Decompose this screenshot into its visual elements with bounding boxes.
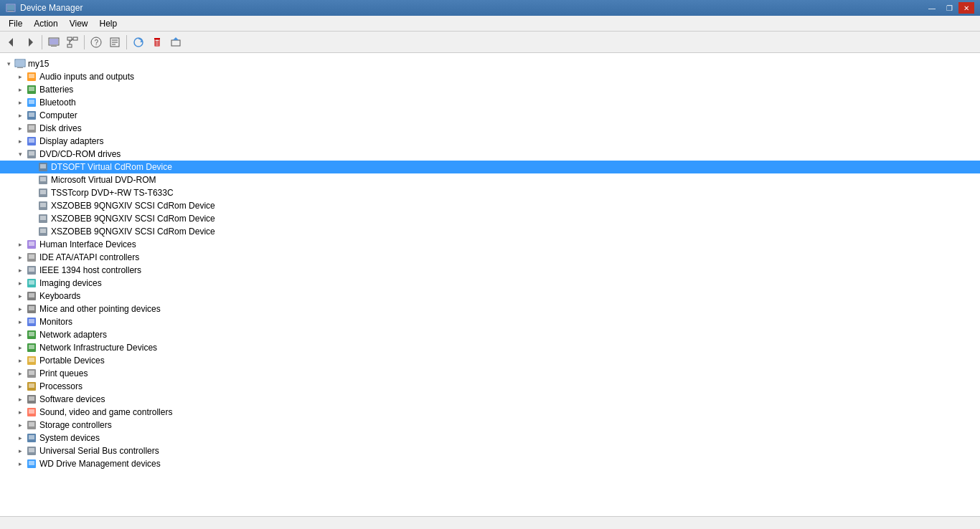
tree-item[interactable]: Portable Devices bbox=[0, 354, 980, 367]
svg-rect-9 bbox=[73, 37, 77, 40]
item-expander[interactable] bbox=[14, 406, 26, 418]
svg-rect-80 bbox=[29, 383, 34, 388]
icon-audio bbox=[26, 71, 37, 82]
item-expander[interactable] bbox=[14, 381, 26, 392]
svg-rect-78 bbox=[29, 371, 34, 375]
tree-item[interactable]: IDE ATA/ATAPI controllers bbox=[0, 251, 980, 264]
svg-rect-88 bbox=[29, 435, 34, 439]
tree-view-button[interactable] bbox=[64, 34, 81, 51]
tree-item[interactable]: DTSOFT Virtual CdRom Device bbox=[0, 161, 980, 173]
restore-button[interactable]: ❐ bbox=[941, 2, 957, 14]
tree-item[interactable]: Universal Serial Bus controllers bbox=[0, 444, 980, 457]
tree-item[interactable]: Microsoft Virtual DVD-ROM bbox=[0, 173, 980, 186]
tree-item[interactable]: IEEE 1394 host controllers bbox=[0, 264, 980, 277]
svg-marker-4 bbox=[29, 38, 33, 47]
item-expander[interactable] bbox=[14, 303, 26, 315]
item-expander[interactable] bbox=[14, 290, 26, 302]
menu-help[interactable]: Help bbox=[94, 17, 123, 30]
tree-item[interactable]: DVD/CD-ROM drives bbox=[0, 148, 980, 161]
item-expander[interactable] bbox=[14, 97, 26, 108]
tree-item[interactable]: XSZOBEB 9QNGXIV SCSI CdRom Device bbox=[0, 212, 980, 225]
item-label: XSZOBEB 9QNGXIV SCSI CdRom Device bbox=[51, 214, 215, 224]
tree-item[interactable]: XSZOBEB 9QNGXIV SCSI CdRom Device bbox=[0, 225, 980, 238]
tree-item[interactable]: Processors bbox=[0, 380, 980, 393]
tree-item[interactable]: Storage controllers bbox=[0, 419, 980, 432]
icon-display bbox=[26, 135, 37, 147]
svg-rect-58 bbox=[29, 242, 34, 246]
svg-rect-8 bbox=[67, 37, 72, 40]
item-expander bbox=[26, 213, 37, 224]
tree-item[interactable]: Network adapters bbox=[0, 328, 980, 341]
item-expander[interactable] bbox=[14, 239, 26, 250]
item-expander[interactable] bbox=[14, 252, 26, 263]
item-expander[interactable] bbox=[14, 277, 26, 289]
item-expander[interactable] bbox=[14, 329, 26, 340]
tree-item[interactable]: Imaging devices bbox=[0, 277, 980, 290]
tree-item[interactable]: Disk drives bbox=[0, 122, 980, 135]
item-expander[interactable] bbox=[14, 368, 26, 379]
item-expander[interactable] bbox=[14, 445, 26, 457]
status-bar bbox=[0, 516, 980, 529]
tree-item[interactable]: Human Interface Devices bbox=[0, 238, 980, 251]
svg-rect-68 bbox=[29, 306, 34, 310]
item-label: Universal Serial Bus controllers bbox=[39, 446, 159, 456]
tree-item[interactable]: Keyboards bbox=[0, 290, 980, 302]
item-expander[interactable] bbox=[14, 342, 26, 353]
icon-battery bbox=[26, 84, 37, 95]
properties-button[interactable] bbox=[106, 34, 123, 51]
root-expander[interactable] bbox=[3, 58, 14, 70]
tree-item[interactable]: Mice and other pointing devices bbox=[0, 302, 980, 315]
update-driver-button[interactable] bbox=[167, 34, 184, 51]
scan-button[interactable] bbox=[130, 34, 147, 51]
svg-rect-82 bbox=[29, 396, 34, 401]
tree-item[interactable]: Software devices bbox=[0, 393, 980, 406]
item-expander[interactable] bbox=[14, 316, 26, 328]
tree-item[interactable]: Batteries bbox=[0, 83, 980, 96]
item-label: Sound, video and game controllers bbox=[39, 407, 172, 417]
tree-item[interactable]: Sound, video and game controllers bbox=[0, 406, 980, 419]
menu-action[interactable]: Action bbox=[28, 17, 63, 30]
item-expander[interactable] bbox=[14, 355, 26, 366]
menu-view[interactable]: View bbox=[64, 17, 94, 30]
tree-item[interactable]: Monitors bbox=[0, 315, 980, 328]
icon-ide bbox=[26, 252, 37, 263]
item-expander[interactable] bbox=[14, 458, 26, 470]
show-computer-button[interactable] bbox=[45, 34, 62, 51]
item-expander[interactable] bbox=[14, 123, 26, 134]
item-expander[interactable] bbox=[14, 84, 26, 95]
item-expander[interactable] bbox=[14, 394, 26, 405]
item-expander[interactable] bbox=[14, 264, 26, 276]
computer-icon bbox=[14, 58, 26, 70]
tree-item[interactable]: TSSTcorp DVD+-RW TS-T633C bbox=[0, 186, 980, 199]
back-button[interactable] bbox=[3, 34, 20, 51]
tree-item[interactable]: Display adapters bbox=[0, 135, 980, 148]
main-content[interactable]: my15 Audio inputs and outputs Batteries … bbox=[0, 53, 980, 516]
icon-dvd bbox=[37, 226, 49, 237]
item-expander[interactable] bbox=[14, 419, 26, 431]
help-button[interactable]: ? bbox=[88, 34, 105, 51]
tree-item[interactable]: Computer bbox=[0, 109, 980, 122]
tree-item[interactable]: Print queues bbox=[0, 367, 980, 380]
tree-item[interactable]: XSZOBEB 9QNGXIV SCSI CdRom Device bbox=[0, 199, 980, 212]
svg-rect-2 bbox=[8, 11, 14, 11]
close-button[interactable]: ✕ bbox=[958, 2, 974, 14]
tree-item[interactable]: WD Drive Management devices bbox=[0, 457, 980, 470]
tree-item[interactable]: Network Infrastructure Devices bbox=[0, 341, 980, 354]
tree-item[interactable]: Bluetooth bbox=[0, 96, 980, 109]
tree-item[interactable]: Audio inputs and outputs bbox=[0, 70, 980, 83]
remove-button[interactable] bbox=[149, 34, 166, 51]
tree-root[interactable]: my15 bbox=[0, 57, 980, 70]
item-expander[interactable] bbox=[14, 71, 26, 82]
item-expander[interactable] bbox=[14, 432, 26, 444]
menu-file[interactable]: File bbox=[3, 17, 28, 30]
item-label: DTSOFT Virtual CdRom Device bbox=[51, 162, 172, 172]
item-label: Imaging devices bbox=[39, 278, 102, 288]
item-expander[interactable] bbox=[14, 148, 26, 160]
item-expander[interactable] bbox=[14, 135, 26, 147]
minimize-button[interactable]: — bbox=[924, 2, 940, 14]
tree-item[interactable]: System devices bbox=[0, 432, 980, 444]
forward-button[interactable] bbox=[22, 34, 39, 51]
item-expander[interactable] bbox=[14, 110, 26, 121]
item-expander bbox=[26, 226, 37, 237]
svg-rect-44 bbox=[29, 151, 34, 156]
